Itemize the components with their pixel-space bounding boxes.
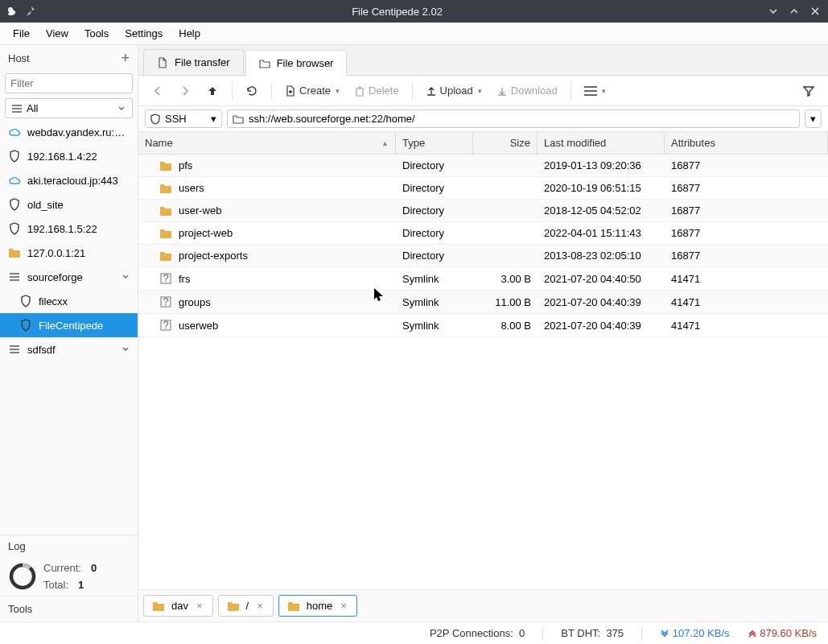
maximize-button[interactable] [788, 5, 801, 18]
file-icon [157, 57, 168, 68]
log-header[interactable]: Log [0, 535, 138, 557]
separator [542, 627, 543, 640]
menu-view[interactable]: View [38, 24, 76, 43]
file-modified: 2021-07-20 04:40:50 [538, 267, 665, 290]
sidebar-item-aki-teracloud-jp-443[interactable]: aki.teracloud.jp:443 [0, 168, 138, 192]
bt-dht-value: 375 [606, 627, 624, 639]
sidebar-item-192-168-1-5-22[interactable]: 192.168.1.5:22 [0, 217, 138, 241]
separator [641, 627, 642, 640]
minimize-button[interactable] [767, 5, 780, 18]
file-modified: 2018-12-05 04:52:02 [538, 200, 665, 221]
separator [232, 82, 233, 100]
filter-button[interactable] [797, 81, 820, 101]
breadcrumb-tab[interactable]: home× [278, 595, 357, 617]
file-attributes: 41471 [665, 314, 828, 336]
column-attributes[interactable]: Attributes [665, 132, 828, 154]
file-attributes: 16877 [665, 222, 828, 244]
titlebar: File Centipede 2.02 [0, 0, 828, 23]
file-type: Symlink [396, 291, 473, 313]
up-button[interactable] [201, 81, 224, 101]
download-button[interactable]: Download [492, 81, 562, 100]
table-row[interactable]: project-webDirectory2022-04-01 15:11:431… [138, 222, 828, 245]
delete-button[interactable]: Delete [349, 81, 404, 100]
ham-icon [8, 343, 21, 356]
column-size[interactable]: Size [473, 132, 538, 154]
menu-tools[interactable]: Tools [76, 24, 117, 43]
breadcrumb-label: dav [171, 600, 188, 612]
sidebar-item-label: webdav.yandex.ru:443 [27, 126, 130, 138]
back-button[interactable] [146, 81, 169, 101]
menu-settings[interactable]: Settings [117, 24, 171, 43]
refresh-button[interactable] [241, 81, 263, 101]
svg-point-0 [9, 8, 10, 9]
table-row[interactable]: ?userwebSymlink8.00 B2021-07-20 04:40:39… [138, 314, 828, 337]
column-type[interactable]: Type [396, 132, 473, 154]
sidebar-item-sdfsdf[interactable]: sdfsdf [0, 337, 138, 361]
file-size [473, 245, 538, 266]
tab-file-browser[interactable]: File browser [245, 50, 348, 76]
folder-icon [8, 246, 21, 259]
sidebar-item-192-168-1-4-22[interactable]: 192.168.1.4:22 [0, 144, 138, 168]
address-dropdown[interactable]: ▾ [805, 109, 822, 128]
symlink-icon: ? [159, 272, 172, 285]
ham-icon [8, 270, 21, 283]
table-row[interactable]: user-webDirectory2018-12-05 04:52:021687… [138, 200, 828, 222]
table-row[interactable]: ?frsSymlink3.00 B2021-07-20 04:40:504147… [138, 267, 828, 291]
filter-input[interactable] [5, 73, 133, 93]
tab-label: File browser [277, 57, 334, 69]
create-label: Create [299, 85, 331, 97]
breadcrumb-tab[interactable]: /× [218, 595, 274, 617]
column-name[interactable]: Name▲ [138, 132, 396, 154]
upload-speed: 879.60 KB/s [748, 627, 817, 639]
column-modified[interactable]: Last modified [538, 132, 665, 154]
host-label: Host [8, 52, 121, 64]
sidebar-item-127-0-0-1-21[interactable]: 127.0.0.1:21 [0, 241, 138, 265]
all-label: All [27, 102, 117, 114]
view-options-button[interactable]: ▾ [579, 83, 611, 99]
create-button[interactable]: Create▾ [280, 81, 344, 100]
host-list: webdav.yandex.ru:443192.168.1.4:22aki.te… [0, 120, 138, 535]
forward-button[interactable] [174, 81, 196, 101]
address-input[interactable] [249, 113, 794, 125]
sidebar-item-webdav-yandex-ru-443[interactable]: webdav.yandex.ru:443 [0, 120, 138, 144]
menu-help[interactable]: Help [171, 24, 208, 43]
breadcrumb-tab[interactable]: dav× [143, 595, 213, 617]
current-label: Current: [43, 562, 81, 574]
chevron-down-icon [122, 345, 130, 353]
app-icon [6, 5, 19, 18]
table-row[interactable]: pfsDirectory2019-01-13 09:20:3616877 [138, 155, 828, 177]
breadcrumb-tabs: dav×/×home× [138, 589, 828, 621]
tools-header[interactable]: Tools [0, 596, 138, 621]
breadcrumb-label: / [246, 600, 249, 612]
file-name: groups [179, 296, 211, 308]
folder-icon [159, 183, 172, 194]
protocol-selector[interactable]: SSH ▾ [145, 109, 222, 128]
shield-icon [19, 295, 32, 308]
folder-icon [259, 58, 270, 69]
sidebar-item-filecxx[interactable]: filecxx [0, 289, 138, 313]
shield-icon [8, 222, 21, 235]
download-speed: 107.20 KB/s [660, 627, 729, 639]
file-attributes: 16877 [665, 200, 828, 221]
close-tab-button[interactable]: × [339, 600, 348, 612]
file-modified: 2013-08-23 02:05:10 [538, 245, 665, 266]
table-row[interactable]: ?groupsSymlink11.00 B2021-07-20 04:40:39… [138, 291, 828, 314]
sidebar-item-old-site[interactable]: old_site [0, 192, 138, 217]
file-modified: 2020-10-19 06:51:15 [538, 177, 665, 199]
upload-button[interactable]: Upload▾ [421, 81, 487, 100]
add-host-button[interactable]: + [121, 50, 130, 67]
address-input-container [227, 109, 800, 128]
close-button[interactable] [809, 5, 822, 18]
pin-icon[interactable] [24, 6, 35, 17]
all-hosts-selector[interactable]: All [5, 98, 133, 118]
download-label: Download [511, 85, 558, 97]
tab-file-transfer[interactable]: File transfer [143, 49, 244, 75]
sidebar-item-filecentipede[interactable]: FileCentipede [0, 313, 138, 337]
close-tab-button[interactable]: × [195, 600, 204, 612]
menu-file[interactable]: File [5, 24, 38, 43]
sidebar-item-sourceforge[interactable]: sourceforge [0, 265, 138, 289]
sidebar-item-label: 192.168.1.5:22 [27, 223, 130, 235]
close-tab-button[interactable]: × [255, 600, 265, 612]
table-row[interactable]: project-exportsDirectory2013-08-23 02:05… [138, 245, 828, 267]
table-row[interactable]: usersDirectory2020-10-19 06:51:1516877 [138, 177, 828, 200]
